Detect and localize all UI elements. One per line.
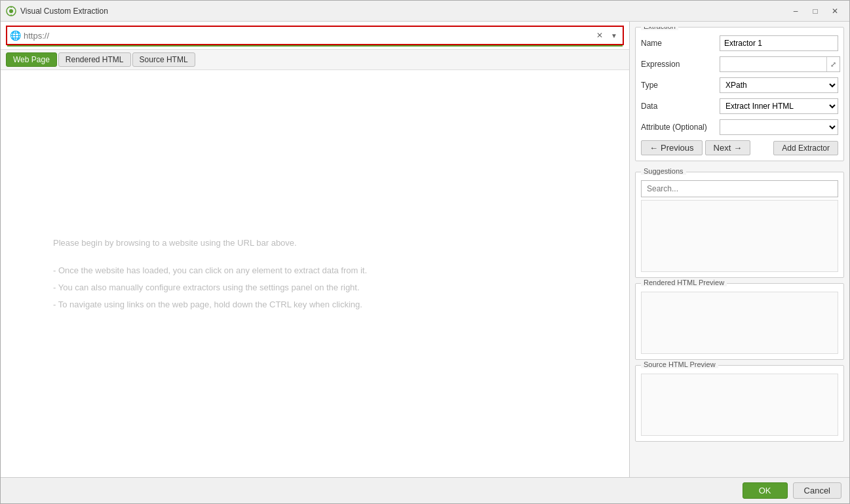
- ok-button[interactable]: OK: [743, 482, 788, 499]
- expression-label: Expression: [641, 60, 720, 69]
- instruction-line2: - Once the website has loaded, you can c…: [53, 262, 367, 279]
- main-window: Visual Custom Extraction – □ ✕ 🌐 ✕ ▼: [0, 0, 850, 504]
- attribute-label: Attribute (Optional): [641, 123, 720, 132]
- previous-button[interactable]: ← Previous: [641, 140, 703, 155]
- previous-arrow-icon: ←: [649, 143, 658, 153]
- tab-web-page[interactable]: Web Page: [6, 52, 57, 67]
- name-row: Name: [641, 35, 838, 51]
- instruction-line3: - You can also manually configure extrac…: [53, 279, 367, 296]
- tab-rendered-html[interactable]: Rendered HTML: [58, 52, 131, 67]
- suggestions-section: Suggestions: [635, 172, 844, 278]
- attribute-row: Attribute (Optional): [641, 119, 838, 135]
- minimize-button[interactable]: –: [786, 4, 805, 18]
- url-dropdown-button[interactable]: ▼: [608, 31, 620, 41]
- url-input[interactable]: [24, 31, 594, 41]
- titlebar: Visual Custom Extraction – □ ✕: [1, 1, 849, 22]
- source-preview-area: [641, 374, 838, 436]
- expand-button[interactable]: ⤢: [826, 57, 840, 71]
- url-clear-button[interactable]: ✕: [594, 29, 606, 41]
- cancel-button[interactable]: Cancel: [793, 482, 841, 499]
- data-select[interactable]: Extract Inner HTML Extract Outer HTML Ex…: [720, 98, 838, 114]
- window-controls: – □ ✕: [786, 4, 844, 18]
- expression-row: Expression ⤢: [641, 56, 838, 72]
- next-label: Next: [714, 143, 731, 153]
- extraction-section: Extraction Name Expression ⤢ Type: [635, 27, 844, 161]
- url-bar-wrapper: 🌐 ✕ ▼: [6, 26, 624, 45]
- suggestions-search-input[interactable]: [641, 180, 838, 197]
- instruction-line1: Please begin by browsing to a website us…: [53, 235, 367, 252]
- right-inner: Extraction Name Expression ⤢ Type: [635, 27, 844, 442]
- rendered-html-preview-section: Rendered HTML Preview: [635, 283, 844, 360]
- rendered-preview-label: Rendered HTML Preview: [641, 279, 727, 286]
- name-input[interactable]: [720, 35, 838, 51]
- data-label: Data: [641, 102, 720, 111]
- rendered-preview-area: [641, 292, 838, 354]
- instruction-line4: - To navigate using links on the web pag…: [53, 296, 367, 313]
- tabs-bar: Web Page Rendered HTML Source HTML: [1, 50, 629, 70]
- extraction-section-label: Extraction: [641, 27, 678, 30]
- data-row: Data Extract Inner HTML Extract Outer HT…: [641, 98, 838, 114]
- left-panel: 🌐 ✕ ▼ Web Page Rendered HTML Source HTML…: [1, 22, 630, 477]
- nav-buttons: ← Previous Next → Add Extractor: [641, 140, 838, 155]
- name-label: Name: [641, 39, 720, 48]
- globe-icon: 🌐: [10, 30, 21, 41]
- url-bar-container: 🌐 ✕ ▼: [1, 22, 629, 50]
- suggestions-label: Suggestions: [641, 167, 686, 175]
- source-html-preview-section: Source HTML Preview: [635, 365, 844, 442]
- tab-source-html[interactable]: Source HTML: [132, 52, 195, 67]
- type-row: Type XPath CSS Regex: [641, 77, 838, 93]
- type-select[interactable]: XPath CSS Regex: [720, 77, 838, 93]
- maximize-button[interactable]: □: [806, 4, 824, 18]
- next-arrow-icon: →: [733, 143, 742, 153]
- url-controls: ✕ ▼: [594, 29, 620, 41]
- suggestions-list: [641, 200, 838, 272]
- browser-instructions: Please begin by browsing to a website us…: [14, 235, 367, 313]
- expression-field-wrapper: ⤢: [720, 56, 840, 72]
- previous-label: Previous: [661, 143, 694, 153]
- source-preview-label: Source HTML Preview: [641, 360, 718, 368]
- type-label: Type: [641, 81, 720, 90]
- add-extractor-button[interactable]: Add Extractor: [773, 141, 838, 155]
- right-panel: Extraction Name Expression ⤢ Type: [630, 22, 849, 477]
- app-icon: [6, 6, 16, 16]
- attribute-select[interactable]: [720, 119, 838, 135]
- svg-point-1: [9, 9, 13, 13]
- expression-input[interactable]: [720, 58, 826, 70]
- window-title: Visual Custom Extraction: [20, 7, 786, 16]
- next-button[interactable]: Next →: [705, 140, 751, 155]
- close-button[interactable]: ✕: [826, 4, 844, 18]
- bottom-bar: OK Cancel: [1, 477, 849, 503]
- browser-content: Please begin by browsing to a website us…: [1, 70, 629, 477]
- content-area: 🌐 ✕ ▼ Web Page Rendered HTML Source HTML…: [1, 22, 849, 477]
